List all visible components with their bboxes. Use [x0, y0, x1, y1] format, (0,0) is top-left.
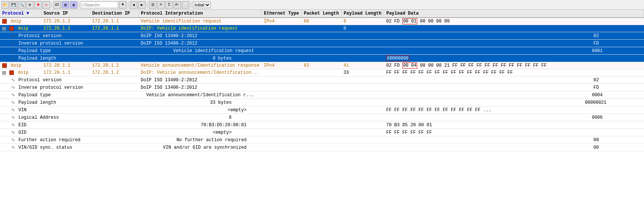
toolbar-icon-next[interactable]: ▶ — [138, 1, 146, 9]
table-row[interactable]: ∿ GID <empty> FF FF FF FF FF FF — [0, 129, 644, 136]
cell-ethtype: IPv4 — [262, 62, 302, 69]
cell-paylen — [341, 55, 384, 62]
highlight-bytes: 00 01 — [402, 18, 417, 24]
cell-label: ∿ Logical Address — [0, 114, 138, 121]
protocol-label: doip — [10, 19, 21, 24]
table-row[interactable]: ∿ Payload length 33 bytes 00000021 — [0, 99, 644, 106]
toolbar-icon-prev[interactable]: ◀ — [130, 1, 137, 9]
table-row[interactable]: ∿ Payload length 0 bytes 00000000 — [0, 55, 644, 62]
cell-paydata: 02 — [384, 32, 644, 40]
view-select[interactable]: Initial — [193, 1, 211, 8]
cell-value: DoIP ISO 13400-2:2012 — [138, 84, 262, 91]
cell-value: DoIP ISO 13400-2:2012 — [138, 40, 262, 47]
cell-pktlen — [301, 32, 341, 40]
table-row[interactable]: ⊟ doip 172.20.1.1 172.20.1.2 DoIP: Vehic… — [0, 69, 644, 76]
col-header-paydata[interactable]: Payload Data — [384, 10, 644, 18]
cell-srcip: 172.20.1.2 — [41, 18, 90, 25]
table-row[interactable]: ⊟ doip 172.20.1.2 172.20.1.1 DoIP: Vehic… — [0, 25, 644, 32]
col-header-dstip[interactable]: Destination IP — [90, 10, 138, 18]
table-row[interactable]: doip 172.20.1.1 172.20.1.2 Vehicle annou… — [0, 62, 644, 69]
search-dropdown-btn[interactable]: ▼ — [119, 1, 126, 9]
toolbar-icon-misc3[interactable]: Σ — [165, 1, 173, 9]
cell-value: DoIP ISO 13400-2:2012 — [138, 76, 262, 84]
cell-label: ∿ VIN/GID sync. status — [0, 144, 138, 151]
cell-paydata: 0001 — [384, 47, 644, 55]
cell-ethtype — [262, 69, 302, 76]
cell-value: 6 — [138, 114, 262, 121]
cell-paydata: 02 FD 00 01 00 00 00 00 — [384, 18, 644, 25]
cell-value: Vehicle announcement/Identification r... — [138, 91, 262, 99]
cell-pktlen — [301, 40, 341, 47]
cell-ethtype — [262, 25, 302, 32]
toolbar-icon-stop[interactable]: ■ — [34, 1, 42, 9]
cell-dstip: 172.20.1.2 — [90, 62, 138, 69]
cell-paydata: FF FF FF FF FF FF FF FF FF FF FF FF ... — [384, 106, 644, 114]
col-header-srcip[interactable]: Source IP — [41, 10, 90, 18]
table-row[interactable]: doip 172.20.1.2 172.20.1.1 Vehicle ident… — [0, 18, 644, 25]
icon-doip — [2, 63, 7, 68]
cell-interp: DoIP: Vehicle identification request — [138, 25, 262, 32]
table-row[interactable]: ∿ Payload type Vehicle announcement/Iden… — [0, 91, 644, 99]
toolbar: 📂 💾 🔍 ⚙ ■ ✕ Δt ▤ ▥ ▼ ◀ ▶ ☰ ≡ Σ A↑ ⬜ Init… — [0, 0, 644, 10]
toolbar-icon-misc5[interactable]: ⬜ — [182, 1, 189, 9]
cell-dstip: 172.20.1.1 — [90, 25, 138, 32]
cell-pktlen: 60 — [301, 18, 341, 25]
cell-paydata: 70 B3 D5 20 00 01 — [384, 121, 644, 129]
cell-paydata — [384, 25, 644, 32]
toolbar-icon-close[interactable]: ✕ — [43, 1, 50, 9]
cell-pktlen — [301, 55, 341, 62]
col-header-paylen[interactable]: Payload Length — [341, 10, 384, 18]
cell-paylen: 41 — [341, 62, 384, 69]
search-input[interactable] — [81, 1, 118, 8]
toolbar-icon-mode1[interactable]: ▤ — [62, 1, 69, 9]
col-header-ethtype[interactable]: Ethernet Type — [262, 10, 302, 18]
cell-protocol: ⊟ doip — [0, 69, 41, 76]
cell-srcip: 172.20.1.2 — [41, 25, 90, 32]
table-row[interactable]: ∿ Inverse protocol version DoIP ISO 1340… — [0, 40, 644, 47]
cell-paydata: 00 — [384, 144, 644, 151]
cell-value: Vehicle identification request — [138, 47, 262, 55]
table-row[interactable]: ∿ VIN <empty> FF FF FF FF FF FF FF FF FF… — [0, 106, 644, 114]
toolbar-icon-mode2[interactable]: ▥ — [70, 1, 77, 9]
expand-icon[interactable]: ⊟ — [2, 71, 6, 75]
cell-label: ∿ Protocol version — [0, 76, 138, 84]
toolbar-icon-misc4[interactable]: A↑ — [174, 1, 181, 9]
col-header-pktlen[interactable]: Packet Length — [301, 10, 341, 18]
cell-label: ∿ VIN — [0, 106, 138, 114]
col-header-interp[interactable]: Protocol Interpretation — [138, 10, 262, 18]
cell-pktlen — [301, 69, 341, 76]
toolbar-icon-misc1[interactable]: ☰ — [149, 1, 156, 9]
col-header-protocol[interactable]: Protocol ▼ — [0, 10, 41, 18]
table-row[interactable]: ∿ Further action required No further act… — [0, 136, 644, 144]
cell-label: ∿ Inverse protocol version — [0, 84, 138, 91]
highlight-bytes-2: 00000000 — [386, 55, 409, 61]
table-row[interactable]: ∿ Inverse protocol version DoIP ISO 1340… — [0, 84, 644, 91]
table-row[interactable]: ∿ Payload type Vehicle identification re… — [0, 47, 644, 55]
table-row[interactable]: ∿ EID 70:B3:D5:20:00:01 70 B3 D5 20 00 0… — [0, 121, 644, 129]
cell-value: <empty> — [138, 106, 262, 114]
cell-paydata: 0006 — [384, 114, 644, 121]
toolbar-icon-delta[interactable]: Δt — [54, 1, 61, 9]
table-row[interactable]: ∿ Protocol version DoIP ISO 13400-2:2012… — [0, 32, 644, 40]
cell-value: VIN and/or GID are synchronized — [138, 144, 262, 151]
toolbar-icon-4[interactable]: ⚙ — [26, 1, 34, 9]
toolbar-icon-3[interactable]: 🔍 — [18, 1, 25, 9]
cell-protocol: doip — [0, 18, 41, 25]
cell-ethtype — [262, 32, 302, 40]
icon-doip — [2, 19, 7, 24]
cell-label: ∿ Inverse protocol version — [0, 40, 138, 47]
table-row[interactable]: ∿ VIN/GID sync. status VIN and/or GID ar… — [0, 144, 644, 151]
toolbar-icon-2[interactable]: 💾 — [10, 1, 17, 9]
toolbar-icon-misc2[interactable]: ≡ — [157, 1, 165, 9]
cell-pktlen: 83 — [301, 62, 341, 69]
separator-2 — [79, 2, 79, 8]
toolbar-icon-1[interactable]: 📂 — [1, 1, 9, 9]
expand-icon[interactable]: ⊟ — [2, 27, 6, 31]
cell-label: ∿ GID — [0, 129, 138, 136]
table-row[interactable]: ∿ Logical Address 6 0006 — [0, 114, 644, 121]
table-row[interactable]: ∿ Protocol version DoIP ISO 13400-2:2012… — [0, 76, 644, 84]
cell-pktlen — [301, 25, 341, 32]
cell-dstip: 172.20.1.2 — [90, 69, 138, 76]
cell-srcip: 172.20.1.1 — [41, 62, 90, 69]
cell-paydata: 00000021 — [384, 99, 644, 106]
